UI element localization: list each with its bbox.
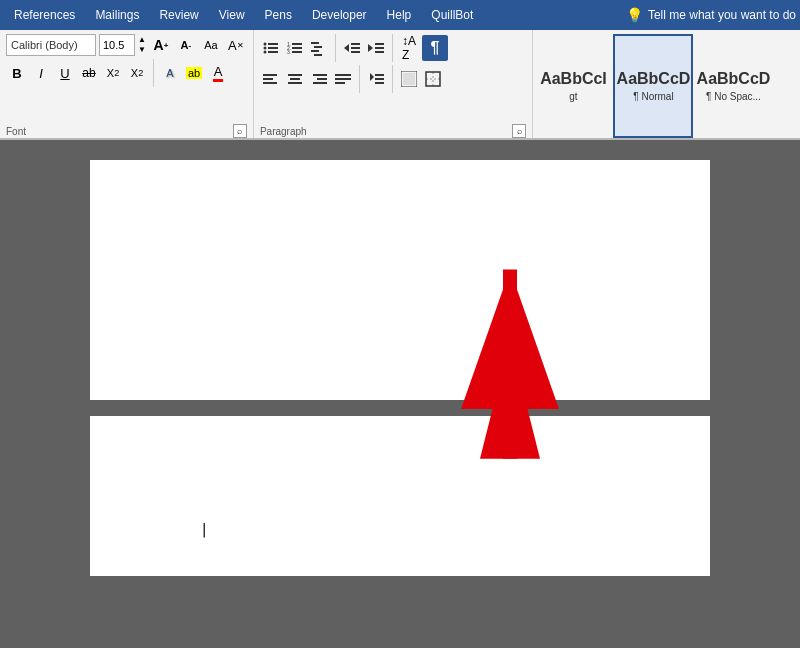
svg-rect-25 [263, 78, 273, 80]
sep2 [335, 34, 336, 62]
svg-rect-37 [375, 74, 384, 76]
menu-help[interactable]: Help [377, 4, 422, 26]
show-hide-button[interactable]: ¶ [422, 35, 448, 61]
style-normal-preview: AaBbCcD [617, 71, 691, 87]
bold-button[interactable]: B [6, 62, 28, 84]
subscript-button[interactable]: X2 [102, 62, 124, 84]
svg-rect-30 [313, 74, 327, 76]
svg-rect-3 [268, 47, 278, 49]
menu-mailings[interactable]: Mailings [85, 4, 149, 26]
svg-rect-12 [311, 42, 319, 44]
svg-rect-38 [375, 78, 384, 80]
clear-format-button[interactable]: A✕ [225, 34, 247, 56]
font-section-footer: Font ⌕ [6, 121, 247, 138]
tell-me-text[interactable]: Tell me what you want to do [648, 8, 796, 22]
menu-developer[interactable]: Developer [302, 4, 377, 26]
menu-bar: References Mailings Review View Pens Dev… [0, 0, 800, 30]
svg-rect-39 [375, 82, 384, 84]
style-gt-preview: AaBbCcI [540, 71, 607, 87]
font-size-down[interactable]: ▼ [137, 45, 147, 55]
text-cursor: | [200, 521, 208, 537]
svg-marker-16 [344, 44, 349, 52]
svg-rect-14 [311, 50, 319, 52]
paragraph-label: Paragraph [260, 126, 307, 137]
font-size-up[interactable]: ▲ [137, 35, 147, 45]
style-no-space[interactable]: AaBbCcD ¶ No Spac... [693, 34, 773, 138]
svg-point-0 [263, 43, 266, 46]
menu-view[interactable]: View [209, 4, 255, 26]
svg-rect-41 [403, 73, 415, 85]
svg-rect-31 [317, 78, 327, 80]
paragraph-section-footer: Paragraph ⌕ [260, 121, 527, 138]
svg-rect-18 [351, 47, 360, 49]
svg-text:3.: 3. [287, 49, 291, 55]
sort-button[interactable]: ↕AZ [398, 37, 420, 59]
svg-rect-11 [292, 51, 302, 53]
tell-me-area: 💡 Tell me what you want to do [626, 7, 796, 23]
svg-rect-26 [263, 82, 277, 84]
sep3 [392, 34, 393, 62]
superscript-button[interactable]: X2 [126, 62, 148, 84]
underline-button[interactable]: U [54, 62, 76, 84]
font-expand-button[interactable]: ⌕ [233, 124, 247, 138]
style-gt-label: gt [569, 91, 577, 102]
sep4 [359, 65, 360, 93]
multilevel-list-button[interactable] [308, 37, 330, 59]
align-center-button[interactable] [284, 68, 306, 90]
svg-rect-7 [292, 43, 302, 45]
menu-quillbot[interactable]: QuillBot [421, 4, 483, 26]
svg-rect-23 [375, 51, 384, 53]
svg-rect-17 [351, 43, 360, 45]
page-1[interactable] [90, 160, 710, 400]
font-name-input[interactable]: Calibri (Body) [6, 34, 96, 56]
svg-point-2 [263, 47, 266, 50]
svg-rect-42 [426, 72, 440, 86]
menu-references[interactable]: References [4, 4, 85, 26]
svg-rect-27 [288, 74, 302, 76]
style-normal[interactable]: AaBbCcD ¶ Normal [613, 34, 693, 138]
line-spacing-button[interactable] [365, 68, 387, 90]
align-left-button[interactable] [260, 68, 282, 90]
svg-rect-22 [375, 47, 384, 49]
svg-rect-1 [268, 43, 278, 45]
svg-rect-5 [268, 51, 278, 53]
borders-button[interactable] [422, 68, 444, 90]
change-case-button[interactable]: Aa [200, 34, 222, 56]
text-effects-button[interactable]: A [159, 62, 181, 84]
font-size-input[interactable]: 10.5 [99, 34, 135, 56]
document-area: | [0, 140, 800, 648]
style-normal-label: ¶ Normal [633, 91, 673, 102]
menu-pens[interactable]: Pens [255, 4, 302, 26]
italic-button[interactable]: I [30, 62, 52, 84]
ribbon: Calibri (Body) 10.5 ▲ ▼ A+ A- Aa A✕ B I … [0, 30, 800, 140]
decrease-font-button[interactable]: A- [175, 34, 197, 56]
sep5 [392, 65, 393, 93]
justify-button[interactable] [332, 68, 354, 90]
page-2[interactable]: | [90, 416, 710, 576]
strikethrough-button[interactable]: ab [78, 62, 100, 84]
menu-review[interactable]: Review [149, 4, 208, 26]
svg-rect-19 [351, 51, 360, 53]
svg-point-4 [263, 51, 266, 54]
decrease-indent-button[interactable] [341, 37, 363, 59]
svg-rect-21 [375, 43, 384, 45]
svg-rect-32 [313, 82, 327, 84]
increase-indent-button[interactable] [365, 37, 387, 59]
bullets-button[interactable] [260, 37, 282, 59]
separator [153, 59, 154, 87]
svg-rect-13 [314, 46, 322, 48]
highlight-color-button[interactable]: ab [183, 62, 205, 84]
svg-rect-35 [335, 82, 345, 84]
shading-button[interactable] [398, 68, 420, 90]
paragraph-expand-button[interactable]: ⌕ [512, 124, 526, 138]
font-label: Font [6, 126, 26, 137]
svg-rect-15 [314, 54, 322, 56]
increase-font-button[interactable]: A+ [150, 34, 172, 56]
numbering-button[interactable]: 1.2.3. [284, 37, 306, 59]
font-color-button[interactable]: A [207, 62, 229, 84]
lightbulb-icon: 💡 [626, 7, 643, 23]
svg-rect-34 [335, 78, 351, 80]
align-right-button[interactable] [308, 68, 330, 90]
svg-rect-24 [263, 74, 277, 76]
style-gt[interactable]: AaBbCcI gt [533, 34, 613, 138]
